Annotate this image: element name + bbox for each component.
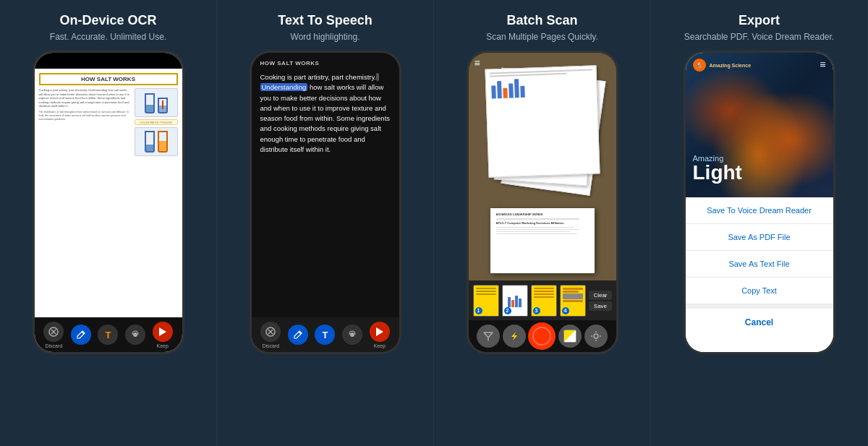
panel-batch: Batch Scan Scan Multiple Pages Quickly. … (434, 0, 651, 446)
scan-paper-3 (485, 65, 600, 177)
tts-audio-icon (342, 325, 362, 345)
thumb-num-2: 2 (504, 307, 511, 314)
action-pdf[interactable]: Save As PDF File (686, 224, 833, 251)
export-book-cover: 🔬 Amazing Science ≡ Amazing Light (686, 53, 833, 197)
export-screen: 🔬 Amazing Science ≡ Amazing Light Save T… (686, 53, 833, 352)
scan-bottom-doc: ADVANCED LEADERSHIP SERIES AFLO-T Comput… (490, 208, 595, 273)
footer-audio-1[interactable] (125, 325, 145, 345)
ocr-beaker-1 (135, 88, 178, 117)
export-book-title: Amazing Light (693, 154, 742, 183)
ocr-doc-body: Cooking is part artistry, part chemistry… (39, 88, 178, 156)
action-copy-text[interactable]: Copy Text (686, 278, 833, 304)
tts-title: Text To Speech (278, 13, 372, 28)
tts-chapter: HOW SALT WORKS (260, 60, 391, 67)
ocr-content: HOW SALT WORKS Cooking is part artistry,… (35, 69, 182, 317)
highlight-understanding: Understanding (260, 83, 308, 91)
svg-point-10 (350, 333, 354, 337)
export-subtitle: Searchable PDF. Voice Dream Reader. (684, 32, 834, 42)
discard-label: Discard (45, 343, 62, 348)
tts-tools-icon (288, 325, 308, 345)
ocr-title: On-Device OCR (59, 13, 156, 28)
svg-point-13 (594, 334, 598, 338)
footer-tools-1[interactable] (71, 325, 91, 345)
tts-subtitle: Word highlighting. (291, 32, 360, 42)
tts-tools[interactable] (288, 325, 308, 345)
ocr-beaker-2 (135, 127, 178, 156)
tts-text-icon: T (315, 325, 335, 345)
ocr-top-bar (35, 53, 182, 69)
export-actions-panel: Save To Voice Dream Reader Save As PDF F… (686, 197, 833, 352)
scan-thumb-3[interactable]: 3 (531, 285, 557, 317)
ocr-phone: HOW SALT WORKS Cooking is part artistry,… (33, 51, 184, 354)
ocr-bottom-text: The distribution of salt throughout food… (39, 111, 132, 121)
export-menu-icon: ≡ (820, 59, 825, 70)
scan-thumbnails-bar: 1 2 (469, 280, 616, 320)
tts-phone: HOW SALT WORKS Cooking is part artistry,… (250, 51, 401, 354)
ocr-footer: Discard T (35, 317, 182, 352)
ocr-text-block: Cooking is part artistry, part chemistry… (39, 88, 132, 156)
discard-icon (43, 322, 64, 342)
svg-marker-5 (159, 327, 166, 336)
export-cancel-button[interactable]: Cancel (686, 304, 833, 336)
scan-filter-icon[interactable] (477, 325, 500, 348)
ocr-subtitle: Fast. Accurate. Unlimited Use. (50, 32, 166, 42)
tts-content: HOW SALT WORKS Cooking is part artistry,… (252, 53, 399, 317)
action-text-file[interactable]: Save As Text File (686, 251, 833, 278)
tts-discard[interactable]: Discard (260, 322, 281, 348)
tts-audio[interactable] (342, 325, 362, 345)
footer-text-1[interactable]: T (98, 325, 118, 345)
scan-screen: ≡ (469, 53, 616, 352)
tts-keep-label: Keep (373, 343, 385, 348)
text-icon-1: T (98, 325, 118, 345)
panel-tts: Text To Speech Word highlighting. HOW SA… (217, 0, 434, 446)
thumb-num-1: 1 (475, 307, 482, 314)
scan-thumb-1[interactable]: 1 (473, 285, 499, 317)
export-book-header: 🔬 Amazing Science (686, 59, 833, 72)
audio-icon-1 (125, 325, 145, 345)
keep-label: Keep (156, 343, 168, 348)
export-light: Light (693, 163, 742, 183)
ocr-label-box: CONCENTRATION / PRESSURE (135, 119, 178, 125)
scan-viewfinder: ≡ (469, 53, 616, 280)
scan-color-icon[interactable] (558, 325, 582, 348)
highlight-chemistry (376, 73, 379, 81)
panel-ocr: On-Device OCR Fast. Accurate. Unlimited … (0, 0, 217, 446)
batch-subtitle: Scan Multiple Pages Quickly. (486, 32, 598, 42)
tts-body: Cooking is part artistry, part chemistry… (260, 72, 391, 155)
footer-keep[interactable]: Keep (153, 322, 173, 348)
batch-title: Batch Scan (506, 13, 577, 28)
clear-save-controls: Clear Save (589, 291, 611, 311)
series-badge: 🔬 (693, 59, 706, 72)
tts-text[interactable]: T (315, 325, 335, 345)
tts-discard-icon (260, 322, 281, 342)
tts-discard-label: Discard (262, 343, 279, 348)
action-voice-dream[interactable]: Save To Voice Dream Reader (686, 197, 833, 224)
ocr-screen: HOW SALT WORKS Cooking is part artistry,… (35, 53, 182, 352)
export-phone: 🔬 Amazing Science ≡ Amazing Light Save T… (684, 51, 835, 354)
thumb-num-3: 3 (533, 307, 540, 314)
tools-icon-1 (71, 325, 91, 345)
scan-thumb-2[interactable]: 2 (502, 285, 528, 317)
scan-thumb-4[interactable]: 4 (560, 285, 586, 317)
tts-keep[interactable]: Keep (370, 322, 390, 348)
footer-discard[interactable]: Discard (43, 322, 64, 348)
scan-footer (469, 320, 616, 352)
tts-play-icon (370, 322, 390, 342)
scan-flash-icon[interactable] (503, 325, 526, 348)
svg-point-4 (133, 333, 137, 337)
panel-export: Export Searchable PDF. Voice Dream Reade… (651, 0, 868, 446)
clear-button[interactable]: Clear (589, 291, 611, 300)
thumb-num-4: 4 (562, 307, 569, 314)
play-icon-1 (153, 322, 173, 342)
ocr-images: CONCENTRATION / PRESSURE (135, 88, 178, 156)
scan-settings-icon[interactable] (584, 325, 608, 348)
tts-footer: Discard T (252, 317, 399, 352)
series-label: Amazing Science (710, 63, 752, 68)
svg-marker-11 (376, 327, 383, 336)
scan-capture-button[interactable] (528, 322, 556, 350)
ocr-doc-title: HOW SALT WORKS (39, 73, 178, 85)
batch-phone: ≡ (467, 51, 618, 354)
export-title: Export (739, 13, 780, 28)
svg-marker-12 (511, 332, 517, 340)
save-button[interactable]: Save (589, 301, 611, 311)
